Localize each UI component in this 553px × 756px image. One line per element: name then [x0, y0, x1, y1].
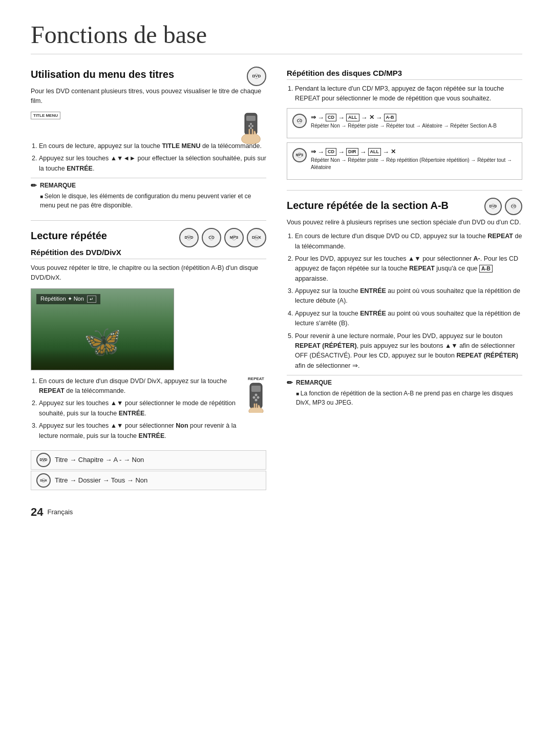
note-item: Selon le disque, les éléments de configu… — [40, 192, 266, 210]
divx-flow-row: DivX Titre → Dossier → Tous → Non — [31, 471, 266, 490]
title-menu-heading: Utilisation du menu des titres — [31, 69, 174, 80]
mp3-flow-diagram: MP3 ⇒ → CD → DIR → ALL → ✕ — [287, 142, 522, 180]
step-item: Appuyez sur les touches ▲▼◄► pour effect… — [39, 154, 266, 174]
svg-point-10 — [255, 393, 258, 396]
dvd-divx-intro: Vous pouvez répéter le titre, le chapitr… — [31, 263, 266, 283]
step-item: Pour revenir à une lecture normale, Pour… — [295, 331, 522, 371]
ab-disc-icons: DVD CD — [484, 198, 522, 215]
svg-point-11 — [255, 398, 258, 401]
step-item: En cours de lecture, appuyez sur la touc… — [39, 141, 266, 151]
ab-section-heading: Lecture répétée de la section A-B — [287, 200, 449, 212]
section-lecture-repetee: Lecture répétée DVD CD MP3 DivX — [31, 230, 266, 490]
section-cd-mp3: Répétition des disques CD/MP3 Pendant la… — [287, 69, 522, 180]
svg-point-9 — [257, 396, 260, 398]
cd-flow-label: Répéter Non → Répéter piste → Répéter to… — [311, 122, 497, 130]
step-item: Pour les DVD, appuyez sur les touches ▲▼… — [295, 254, 522, 284]
note-item: La fonction de répétition de la section … — [296, 389, 522, 407]
title-menu-note: ✏ REMARQUE Selon le disque, les éléments… — [31, 178, 266, 210]
note-list: Selon le disque, les éléments de configu… — [40, 192, 266, 210]
ab-note-list: La fonction de répétition de la section … — [296, 389, 522, 407]
note-pencil-icon-2: ✏ — [287, 379, 293, 387]
mp3-flow-label: Répéter Non → Répéter piste → Rép répéti… — [311, 157, 517, 171]
step-item: Pendant la lecture d'un CD/ MP3, appuyez… — [295, 84, 522, 104]
svg-point-4 — [250, 123, 252, 125]
section-ab: Lecture répétée de la section A-B DVD CD… — [287, 200, 522, 407]
step-item: En cours de lecture d'un disque DVD ou C… — [295, 232, 522, 251]
cd-mp3-steps: Pendant la lecture d'un CD/ MP3, appuyez… — [295, 84, 522, 104]
cd-flow-row: CD ⇒ → CD → ALL → ✕ → A-B — [292, 113, 517, 134]
dvd-divx-subtitle: Répétition des DVD/DivX — [31, 248, 266, 259]
divx-flow-text: Titre → Dossier → Tous → Non — [55, 476, 147, 484]
svg-point-3 — [251, 125, 253, 127]
page-number-bar: 24 Français — [31, 506, 266, 519]
note-label: ✏ REMARQUE — [31, 181, 266, 190]
cd-flow-icons: ⇒ → CD → ALL → ✕ → A-B — [311, 114, 497, 121]
dvd-divx-disc-icon: DVD — [36, 453, 51, 467]
page-language: Français — [47, 508, 73, 516]
repeat-label: REPEAT — [248, 376, 264, 381]
cd-mp3-subtitle: Répétition des disques CD/MP3 — [287, 69, 522, 80]
page-title: Fonctions de base — [31, 20, 522, 54]
title-menu-steps: En cours de lecture, appuyez sur la touc… — [39, 141, 266, 174]
right-column: Répétition des disques CD/MP3 Pendant la… — [287, 69, 522, 519]
svg-rect-7 — [251, 386, 261, 392]
note-pencil-icon: ✏ — [31, 181, 37, 190]
ab-steps: En cours de lecture d'un disque DVD ou C… — [295, 232, 522, 371]
step-item: En cours de lecture d'un disque DVD/ Div… — [39, 376, 238, 396]
dvd-steps: En cours de lecture d'un disque DVD/ Div… — [39, 376, 238, 441]
step-item: Appuyez sur les touches ▲▼ pour sélectio… — [39, 398, 238, 418]
cd-flow-diagram: CD ⇒ → CD → ALL → ✕ → A-B — [287, 108, 522, 138]
step-item: Appuyez sur la touche ENTRÉE au point où… — [295, 309, 522, 329]
screenshot-overlay-text: Répétition ✦ Non ↵ — [36, 294, 100, 304]
svg-rect-1 — [246, 116, 256, 121]
lecture-repetee-heading: Lecture répétée — [31, 230, 107, 242]
ab-note: ✏ REMARQUE La fonction de répétition de … — [287, 375, 522, 407]
step-item: Appuyez sur les touches ▲▼ pour sélectio… — [39, 421, 238, 441]
ab-note-label: ✏ REMARQUE — [287, 379, 522, 387]
svg-point-2 — [248, 125, 250, 127]
svg-point-5 — [250, 127, 252, 129]
dvd-disc-icon: DVD — [247, 67, 266, 86]
hand-with-remote — [236, 111, 266, 141]
mp3-flow-row: MP3 ⇒ → CD → DIR → ALL → ✕ — [292, 147, 517, 175]
mp3-flow-icons: ⇒ → CD → DIR → ALL → ✕ — [311, 148, 517, 156]
repeat-remote-icon: REPEAT — [246, 376, 266, 413]
ab-intro: Vous pouvez relire à plusieurs reprises … — [287, 218, 522, 227]
dvd-screenshot: Répétition ✦ Non ↵ 🦋 — [31, 288, 174, 370]
step-item: Appuyez sur la touche ENTRÉE au point où… — [295, 286, 522, 306]
dvd-flow-text: Titre → Chapitre → A - → Non — [55, 456, 144, 464]
dvd-flow-row: DVD Titre → Chapitre → A - → Non — [31, 450, 266, 470]
page-number: 24 — [31, 506, 43, 519]
left-column: Utilisation du menu des titres DVD Pour … — [31, 69, 266, 519]
svg-point-8 — [253, 396, 256, 398]
section-title-menu: Utilisation du menu des titres DVD Pour … — [31, 69, 266, 210]
repeat-flow-table: DVD Titre → Chapitre → A - → Non DivX Ti… — [31, 450, 266, 490]
title-menu-label: TITLE MENU — [31, 112, 60, 119]
title-menu-intro: Pour les DVD contenant plusieurs titres,… — [31, 87, 266, 107]
disc-icons-row: DVD CD MP3 DivX — [179, 228, 266, 247]
divx-disc-icon: DivX — [36, 473, 51, 488]
